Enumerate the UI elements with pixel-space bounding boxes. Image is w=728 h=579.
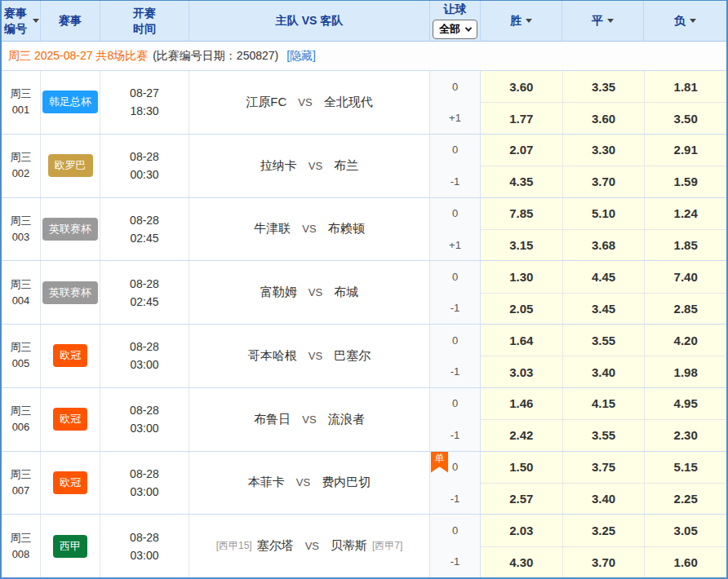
match-time: 03:00: [130, 546, 158, 564]
home-team: 哥本哈根: [248, 348, 297, 364]
handicap-value: -1: [451, 175, 460, 188]
odds-win[interactable]: 2.57: [481, 483, 562, 514]
match-time: 03:00: [130, 483, 158, 501]
competition-badge[interactable]: 英联赛杯: [42, 218, 98, 241]
handicap-filter-select[interactable]: 全部: [433, 20, 477, 39]
odds-draw[interactable]: 3.25: [562, 515, 645, 546]
match-row: 周三 003 英联赛杯 08-28 02:45 牛津联 VS 布赖顿 0 7.8…: [2, 197, 726, 261]
match-number: 004: [12, 293, 30, 309]
hide-link[interactable]: [隐藏]: [286, 49, 316, 64]
odds-win[interactable]: 1.50: [481, 452, 562, 483]
match-date: 08-28: [130, 211, 159, 229]
odds-lose[interactable]: 3.05: [644, 515, 726, 546]
sort-caret-icon[interactable]: [690, 19, 696, 23]
odds-draw[interactable]: 3.75: [562, 452, 645, 483]
competition-badge[interactable]: 韩足总杯: [42, 91, 98, 113]
sort-caret-icon[interactable]: [607, 19, 614, 23]
odds-line: 0 7.85 5.10 1.24: [430, 198, 726, 229]
odds-win[interactable]: 1.77: [481, 102, 562, 133]
odds-draw[interactable]: 4.45: [562, 261, 645, 292]
sort-caret-icon[interactable]: [526, 19, 532, 23]
odds-line: -1 4.35 3.70 1.59: [430, 166, 726, 197]
competition-badge[interactable]: 欧冠: [53, 344, 87, 367]
odds-draw[interactable]: 3.55: [562, 419, 645, 450]
vs-label: VS: [298, 96, 312, 108]
odds-lose[interactable]: 1.81: [644, 71, 726, 102]
competition-badge[interactable]: 欧冠: [53, 408, 87, 431]
odds-lose[interactable]: 3.50: [644, 102, 726, 133]
match-date: 08-28: [130, 275, 159, 293]
odds-draw[interactable]: 3.55: [562, 325, 645, 356]
competition-badge[interactable]: 欧罗巴: [48, 154, 93, 177]
odds-draw[interactable]: 3.35: [562, 71, 645, 102]
odds-win[interactable]: 2.07: [481, 135, 562, 166]
match-number: 001: [12, 102, 30, 118]
date-summary: 周三 2025-08-27 共8场比赛: [8, 49, 148, 64]
odds-lose[interactable]: 1.59: [644, 166, 726, 197]
odds-lose[interactable]: 2.30: [644, 419, 726, 450]
odds-win[interactable]: 7.85: [481, 198, 562, 229]
odds-lose[interactable]: 2.85: [644, 293, 726, 324]
odds-lose[interactable]: 1.60: [644, 546, 726, 577]
odds-line: -1 2.05 3.45 2.85: [430, 293, 726, 324]
competition-badge[interactable]: 欧冠: [53, 471, 87, 494]
odds-win[interactable]: 2.42: [481, 419, 562, 450]
home-team: 牛津联: [254, 221, 291, 236]
odds-lose[interactable]: 5.15: [644, 452, 726, 483]
odds-win[interactable]: 1.64: [481, 325, 562, 356]
header-win: 胜: [481, 1, 562, 41]
odds-draw[interactable]: 3.70: [562, 166, 645, 197]
teams-cell: 富勒姆 VS 布城: [189, 261, 430, 324]
odds-lose[interactable]: 1.98: [644, 356, 726, 387]
time-cell: 08-28 03:00: [100, 325, 189, 387]
odds-draw[interactable]: 3.30: [562, 135, 645, 166]
odds-win[interactable]: 3.60: [481, 71, 562, 102]
date-subheader: 周三 2025-08-27 共8场比赛 (比赛编号日期：250827) [隐藏]: [2, 42, 726, 70]
match-date: 08-28: [130, 148, 159, 166]
odds-lose[interactable]: 2.25: [644, 483, 726, 514]
odds-win[interactable]: 4.30: [481, 546, 562, 577]
time-cell: 08-28 03:00: [100, 452, 189, 515]
sort-caret-icon[interactable]: [33, 19, 39, 23]
odds-lose[interactable]: 4.20: [644, 325, 726, 356]
away-team: 全北现代: [324, 95, 373, 110]
odds-draw[interactable]: 3.40: [562, 356, 645, 387]
odds-grid: 0 1.46 4.15 4.95 -1 2.42 3.55 2.30: [430, 388, 726, 451]
handicap-value: +1: [449, 112, 461, 124]
match-time: 03:00: [130, 356, 158, 373]
match-number-cell: 周三 004: [2, 261, 41, 324]
odds-lose[interactable]: 2.91: [644, 135, 726, 166]
competition-cell: 西甲: [41, 515, 100, 577]
handicap-cell: 0: [430, 198, 481, 229]
odds-draw[interactable]: 4.15: [562, 388, 645, 419]
odds-win[interactable]: 2.05: [481, 293, 562, 324]
odds-draw[interactable]: 3.70: [562, 546, 645, 577]
odds-win[interactable]: 3.03: [481, 356, 562, 387]
odds-lose[interactable]: 1.24: [644, 198, 726, 229]
competition-badge[interactable]: 英联赛杯: [42, 281, 98, 304]
time-cell: 08-28 02:45: [100, 261, 189, 324]
match-number: 002: [12, 166, 30, 182]
odds-lose[interactable]: 1.85: [644, 229, 726, 260]
odds-lose[interactable]: 7.40: [644, 261, 726, 292]
odds-win[interactable]: 3.15: [481, 229, 562, 260]
odds-win[interactable]: 1.30: [481, 261, 562, 292]
odds-win[interactable]: 1.46: [481, 388, 562, 419]
odds-line: +1 1.77 3.60 3.50: [430, 102, 726, 133]
odds-draw[interactable]: 3.40: [562, 483, 645, 514]
odds-win[interactable]: 4.35: [481, 166, 562, 197]
odds-draw[interactable]: 3.45: [562, 293, 645, 324]
odds-line: -1 4.30 3.70 1.60: [430, 546, 726, 577]
odds-draw[interactable]: 5.10: [562, 198, 645, 229]
vs-label: VS: [305, 540, 319, 552]
handicap-value: -1: [451, 429, 460, 441]
odds-win[interactable]: 2.03: [481, 515, 562, 546]
competition-badge[interactable]: 西甲: [53, 535, 87, 558]
handicap-value: 0: [452, 144, 458, 156]
odds-draw[interactable]: 3.60: [562, 102, 645, 133]
match-row: 周三 007 欧冠 08-28 03:00 本菲卡 VS 费内巴切 单 0 1.…: [2, 451, 726, 515]
odds-lose[interactable]: 4.95: [644, 388, 726, 419]
odds-draw[interactable]: 3.68: [562, 229, 645, 260]
handicap-value: 0: [452, 207, 458, 219]
handicap-value: 0: [452, 461, 458, 473]
